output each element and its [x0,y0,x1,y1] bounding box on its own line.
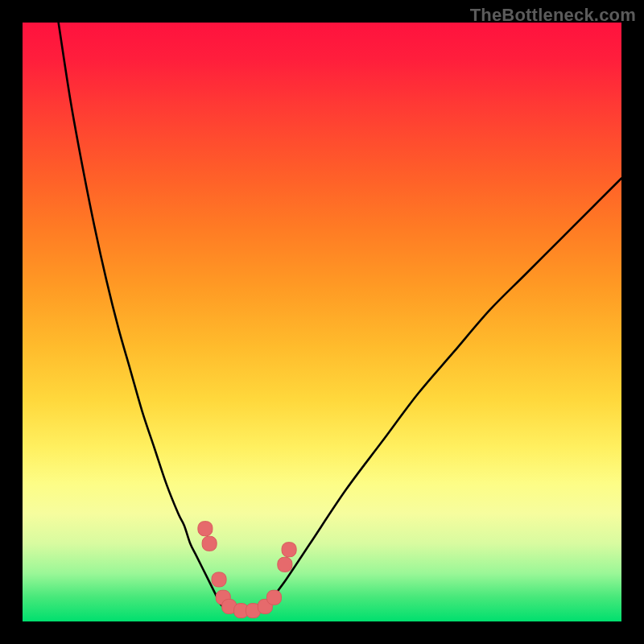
data-marker [278,557,292,572]
data-marker [266,590,281,605]
data-marker [202,536,217,551]
data-marker [282,543,296,557]
data-marker [212,572,226,587]
data-marker [198,522,213,536]
curve-path [59,23,621,613]
plot-area [23,23,621,621]
bottleneck-curve [59,23,621,613]
watermark-text: TheBottleneck.com [470,5,636,26]
data-markers [198,522,296,618]
chart-frame: TheBottleneck.com [0,0,644,644]
chart-svg [23,23,621,621]
